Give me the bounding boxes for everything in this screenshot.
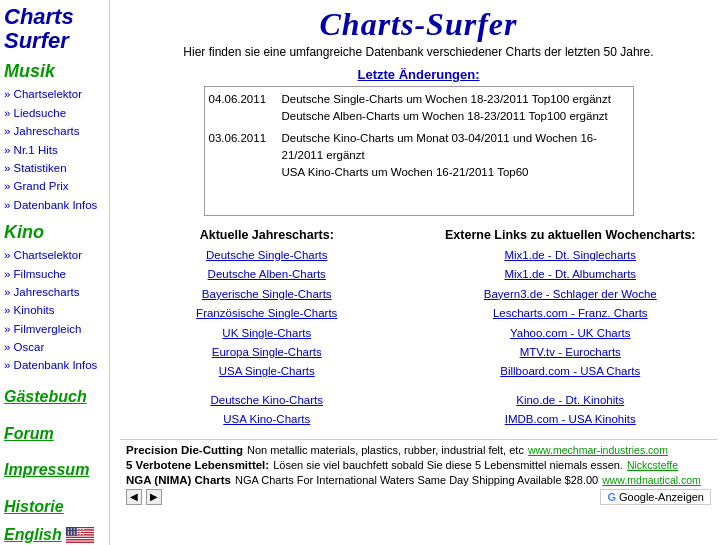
google-badge: G Google-Anzeigen	[600, 489, 711, 505]
link-mix1-album[interactable]: Mix1.de - Dt. Albumcharts	[504, 265, 636, 283]
sidebar-item-jahrescharts-musik[interactable]: Jahrescharts	[4, 122, 105, 140]
kino-externe-col: Kino.de - Dt. Kinohits IMDB.com - USA Ki…	[424, 391, 718, 429]
sidebar-item-liedsuche[interactable]: Liedsuche	[4, 104, 105, 122]
link-mtv-euro[interactable]: MTV.tv - Eurocharts	[520, 343, 621, 361]
sidebar-item-filmsuche[interactable]: Filmsuche	[4, 265, 105, 283]
sidebar-item-nr1hits[interactable]: Nr.1 Hits	[4, 141, 105, 159]
ad-text-2: Lösen sie viel bauchfett sobald Sie dies…	[273, 459, 623, 471]
english-link[interactable]: English	[4, 526, 62, 544]
sidebar-item-historie[interactable]: Historie	[4, 493, 105, 522]
updates-box[interactable]: 04.06.2011 Deutsche Single-Charts um Woc…	[204, 86, 634, 216]
update-entry: 04.06.2011 Deutsche Single-Charts um Woc…	[209, 91, 629, 126]
ad-row-3: NGA (NIMA) Charts NGA Charts For Interna…	[126, 474, 711, 486]
letzte-title: Letzte Änderungen:	[120, 67, 717, 82]
svg-rect-8	[66, 537, 94, 538]
ad-row-1: Precision Die-Cutting Non metallic mater…	[126, 444, 711, 456]
google-g-icon: G	[607, 491, 616, 503]
nav-prev-arrow[interactable]: ◀	[126, 489, 142, 505]
ad-text-3: NGA Charts For International Waters Same…	[235, 474, 598, 486]
link-kino-de-dt[interactable]: Kino.de - Dt. Kinohits	[516, 391, 624, 409]
ad-text-1: Non metallic materials, plastics, rubber…	[247, 444, 524, 456]
link-uk-single[interactable]: UK Single-Charts	[222, 324, 311, 342]
svg-rect-9	[66, 538, 94, 539]
ad-bold-1: Precision Die-Cutting	[126, 444, 243, 456]
sidebar-item-chartselektor-musik[interactable]: Chartselektor	[4, 85, 105, 103]
sidebar-item-datenbank-infos-musik[interactable]: Datenbank Infos	[4, 196, 105, 214]
link-bayern3-schlager[interactable]: Bayern3.de - Schlager der Woche	[484, 285, 657, 303]
kino-externe-links: Kino.de - Dt. Kinohits IMDB.com - USA Ki…	[424, 391, 718, 429]
musik-section-title: Musik	[4, 61, 105, 82]
sidebar-item-statistiken[interactable]: Statistiken	[4, 159, 105, 177]
link-deutsche-single[interactable]: Deutsche Single-Charts	[206, 246, 327, 264]
aktuelle-links: Deutsche Single-Charts Deutsche Alben-Ch…	[120, 246, 414, 381]
main-title: Charts-Surfer	[120, 6, 717, 43]
link-franzoesische-single[interactable]: Französische Single-Charts	[196, 304, 337, 322]
sidebar-item-forum[interactable]: Forum	[4, 420, 105, 449]
link-billboard-usa[interactable]: Billboard.com - USA Charts	[500, 362, 640, 380]
externe-col: Externe Links zu aktuellen Wochencharts:…	[424, 228, 718, 381]
link-bayerische-single[interactable]: Bayerische Single-Charts	[202, 285, 332, 303]
logo: Charts Surfer	[4, 5, 105, 53]
sidebar-item-datenbank-infos-kino[interactable]: Datenbank Infos	[4, 356, 105, 374]
update-date: 04.06.2011	[209, 91, 274, 126]
sidebar-item-filmvergleich[interactable]: Filmvergleich	[4, 320, 105, 338]
link-usa-kino[interactable]: USA Kino-Charts	[223, 410, 310, 428]
aktuelle-col: Aktuelle Jahrescharts: Deutsche Single-C…	[120, 228, 414, 381]
kino-aktuelle-col: Deutsche Kino-Charts USA Kino-Charts	[120, 391, 414, 429]
ad-row-2: 5 Verbotene Lebensmittel: Lösen sie viel…	[126, 459, 711, 471]
main-content: Charts-Surfer Hier finden sie eine umfan…	[110, 0, 727, 545]
ad-link-1[interactable]: www.mechmar-industries.com	[528, 444, 668, 456]
link-europa-single[interactable]: Europa Single-Charts	[212, 343, 322, 361]
update-entry: 03.06.2011 Deutsche Kino-Charts um Monat…	[209, 130, 629, 182]
lang-row: English ★★★★★★ ★★★★★	[4, 526, 105, 544]
ad-link-3[interactable]: www.mdnautical.com	[602, 474, 701, 486]
link-deutsche-alben[interactable]: Deutsche Alben-Charts	[208, 265, 326, 283]
sidebar-item-gaestebuch[interactable]: Gästebuch	[4, 383, 105, 412]
svg-rect-12	[66, 542, 94, 543]
externe-title: Externe Links zu aktuellen Wochencharts:	[424, 228, 718, 242]
kino-section-title: Kino	[4, 222, 105, 243]
sidebar-item-impressum[interactable]: Impressum	[4, 456, 105, 485]
bottom-ads: Precision Die-Cutting Non metallic mater…	[120, 439, 717, 509]
kino-aktuelle-links: Deutsche Kino-Charts USA Kino-Charts	[120, 391, 414, 429]
kino-row: Deutsche Kino-Charts USA Kino-Charts Kin…	[120, 391, 717, 429]
link-mix1-single[interactable]: Mix1.de - Dt. Singlecharts	[504, 246, 636, 264]
sidebar-item-grand-prix[interactable]: Grand Prix	[4, 177, 105, 195]
update-date: 03.06.2011	[209, 130, 274, 182]
svg-text:★★★★★★: ★★★★★★	[67, 532, 85, 536]
main-subtitle: Hier finden sie eine umfangreiche Datenb…	[120, 45, 717, 59]
ad-link-2[interactable]: Nickcsteffe	[627, 459, 678, 471]
sidebar-item-kinohits[interactable]: Kinohits	[4, 301, 105, 319]
ad-bold-2: 5 Verbotene Lebensmittel:	[126, 459, 269, 471]
usa-flag-icon: ★★★★★★ ★★★★★ ★★★★★★	[66, 527, 94, 543]
link-imdb-usa[interactable]: IMDB.com - USA Kinohits	[505, 410, 636, 428]
google-label: Google-Anzeigen	[619, 491, 704, 503]
link-usa-single[interactable]: USA Single-Charts	[219, 362, 315, 380]
nav-next-arrow[interactable]: ▶	[146, 489, 162, 505]
charts-section: Aktuelle Jahrescharts: Deutsche Single-C…	[120, 228, 717, 381]
sidebar-item-chartselektor-kino[interactable]: Chartselektor	[4, 246, 105, 264]
link-lescharts-franz[interactable]: Lescharts.com - Franz. Charts	[493, 304, 648, 322]
sidebar: Charts Surfer Musik Chartselektor Liedsu…	[0, 0, 110, 545]
externe-links: Mix1.de - Dt. Singlecharts Mix1.de - Dt.…	[424, 246, 718, 381]
update-text: Deutsche Single-Charts um Wochen 18-23/2…	[282, 91, 611, 126]
link-deutsche-kino[interactable]: Deutsche Kino-Charts	[211, 391, 324, 409]
sidebar-item-oscar[interactable]: Oscar	[4, 338, 105, 356]
aktuelle-title: Aktuelle Jahrescharts:	[120, 228, 414, 242]
ad-bold-3: NGA (NIMA) Charts	[126, 474, 231, 486]
svg-rect-10	[66, 539, 94, 540]
svg-rect-11	[66, 541, 94, 542]
link-yahoo-uk[interactable]: Yahoo.com - UK Charts	[510, 324, 631, 342]
update-text: Deutsche Kino-Charts um Monat 03-04/2011…	[282, 130, 629, 182]
sidebar-item-jahrescharts-kino[interactable]: Jahrescharts	[4, 283, 105, 301]
